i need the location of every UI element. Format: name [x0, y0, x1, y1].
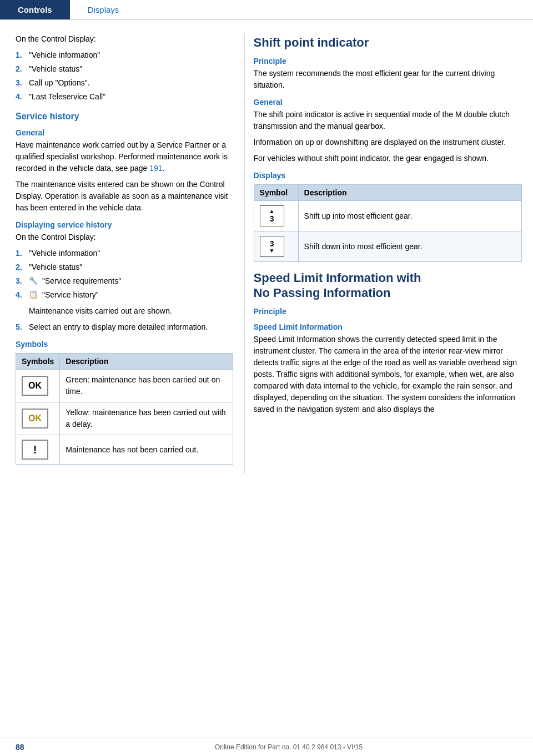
- speed-limit-para1: Speed Limit Information shows the curren…: [254, 334, 522, 415]
- table-row: 3 ▼ Shift down into most efficient gear.: [254, 231, 521, 262]
- symbol-cell: OK: [16, 402, 60, 435]
- speed-limit-heading: Speed Limit Information with No Passing …: [254, 271, 522, 300]
- principle-heading: Principle: [254, 57, 522, 65]
- left-column: On the Control Display: 1. "Vehicle info…: [0, 33, 244, 473]
- displaying-intro: On the Control Display:: [16, 231, 233, 243]
- shift-indicator-heading: Shift point indicator: [254, 36, 522, 50]
- general-para3: For vehicles without shift point indicat…: [254, 153, 522, 164]
- desc-cell: Maintenance has not been carried out.: [60, 435, 233, 465]
- desc-col-header: Description: [298, 185, 521, 201]
- ok-yellow-icon: OK: [22, 409, 48, 429]
- tab-displays[interactable]: Displays: [70, 0, 137, 19]
- symbol-cell: OK: [16, 370, 60, 402]
- sym-col-header: Symbols: [16, 354, 60, 370]
- list-item: 5. Select an entry to display more detai…: [16, 321, 233, 333]
- general-para2: Information on up or downshifting are di…: [254, 137, 522, 148]
- principle-text: The system recommends the most efficient…: [254, 68, 522, 91]
- tab-controls[interactable]: Controls: [0, 0, 70, 19]
- displays-heading: Displays: [254, 171, 522, 180]
- service-history-para2: The maintenance visits entered can be sh…: [16, 179, 233, 214]
- service-history-para1: Have maintenance work carried out by a S…: [16, 139, 233, 174]
- symbol-col-header: Symbol: [254, 185, 298, 201]
- steps-list-1: 1. "Vehicle information" 2. "Vehicle sta…: [16, 49, 233, 103]
- gear-down-icon: 3 ▼: [260, 236, 284, 257]
- list-item: 1. "Vehicle information": [16, 49, 233, 61]
- speed-limit-principle-heading: Principle: [254, 307, 522, 316]
- symbol-cell: ▲ 3: [254, 201, 298, 231]
- speed-limit-sub-heading: Speed Limit Information: [254, 322, 522, 331]
- general-para1: The shift point indicator is active in s…: [254, 109, 522, 132]
- list-item: 1. "Vehicle information": [16, 248, 233, 259]
- table-row: OK Yellow: maintenance has been carried …: [16, 402, 233, 435]
- page-number: 88: [16, 743, 60, 752]
- tab-displays-label: Displays: [88, 5, 119, 14]
- symbols-table: Symbols Description OK Green: maintenanc…: [16, 353, 233, 465]
- service-history-heading: Service history: [16, 112, 233, 122]
- page-191-link[interactable]: 191: [149, 164, 162, 173]
- list-item: 2. "Vehicle status": [16, 261, 233, 273]
- steps-list-2: 1. "Vehicle information" 2. "Vehicle sta…: [16, 248, 233, 301]
- desc-cell: Shift up into most efficient gear.: [298, 201, 521, 231]
- main-content: On the Control Display: 1. "Vehicle info…: [0, 20, 533, 473]
- desc-cell: Yellow: maintenance has been carried out…: [60, 402, 233, 435]
- desc-col-header: Description: [60, 354, 233, 370]
- list-item: 4. 📋 "Service history": [16, 289, 233, 301]
- list-item: 2. "Vehicle status": [16, 63, 233, 75]
- symbol-cell: !: [16, 435, 60, 465]
- right-column: Shift point indicator Principle The syst…: [245, 33, 533, 473]
- gear-up-icon: ▲ 3: [260, 205, 284, 226]
- list-item: 3. Call up "Options".: [16, 77, 233, 89]
- service-hist-icon: 📋: [29, 289, 38, 301]
- footer-text: Online Edition for Part no. 01 40 2 964 …: [60, 743, 517, 751]
- exclaim-icon: !: [22, 440, 48, 460]
- displaying-subheading: Displaying service history: [16, 220, 233, 229]
- general-subheading: General: [16, 128, 233, 137]
- footer: 88 Online Edition for Part no. 01 40 2 9…: [0, 738, 533, 756]
- list-item: 4. "Last Teleservice Call": [16, 91, 233, 103]
- top-navigation: Controls Displays: [0, 0, 533, 20]
- symbol-cell: 3 ▼: [254, 231, 298, 262]
- displays-table: Symbol Description ▲ 3 Shift up into mos…: [254, 184, 522, 262]
- service-req-icon: 🔧: [29, 275, 38, 287]
- table-row: OK Green: maintenance has been carried o…: [16, 370, 233, 402]
- ok-green-icon: OK: [22, 376, 48, 396]
- steps-list-3: 5. Select an entry to display more detai…: [16, 321, 233, 333]
- list-item: 3. 🔧 "Service requirements": [16, 275, 233, 287]
- tab-controls-label: Controls: [18, 5, 52, 14]
- table-row: ! Maintenance has not been carried out.: [16, 435, 233, 465]
- table-row: ▲ 3 Shift up into most efficient gear.: [254, 201, 521, 231]
- steps2-note: Maintenance visits carried out are shown…: [29, 305, 233, 317]
- desc-cell: Green: maintenance has been carried out …: [60, 370, 233, 402]
- symbols-subheading: Symbols: [16, 340, 233, 349]
- desc-cell: Shift down into most efficient gear.: [298, 231, 521, 262]
- intro-text: On the Control Display:: [16, 33, 233, 45]
- general-heading-right: General: [254, 98, 522, 107]
